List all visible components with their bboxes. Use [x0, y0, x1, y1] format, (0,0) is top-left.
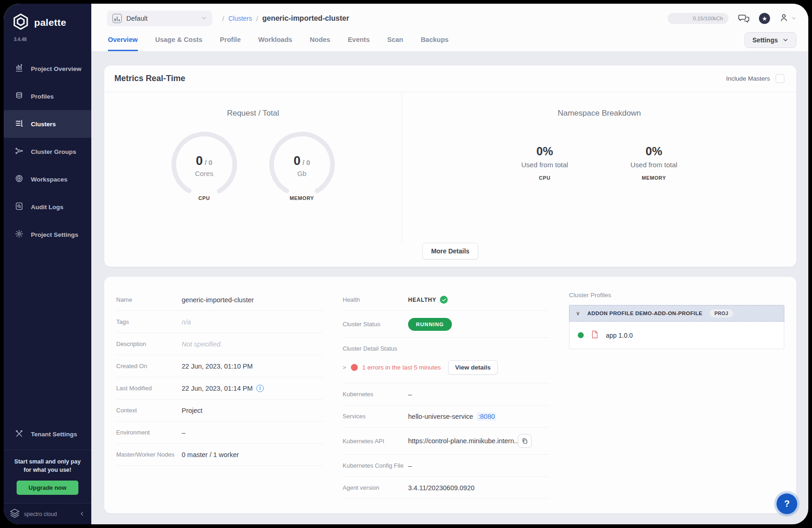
metrics-title: Metrics Real-Time [114, 74, 185, 83]
chevron-down-icon [791, 14, 796, 23]
breadcrumb-link-clusters[interactable]: Clusters [228, 15, 252, 22]
upsell-line1: Start small and only pay [8, 458, 87, 466]
namespace-breakdown-section: Namespace Breakdown 0% Used from total C… [402, 92, 796, 243]
detail-value: generic-imported-cluster [182, 296, 254, 304]
memory-gauge-type: MEMORY [267, 195, 337, 201]
cluster-info-column: Name generic-imported-cluster Tags n/a D… [116, 289, 323, 499]
copy-icon[interactable] [518, 434, 532, 448]
main-area: Default / Clusters / generic-imported-cl… [91, 4, 808, 524]
detail-value: 22 Jun, 2023, 01:10 PM [182, 363, 253, 370]
namespace-cpu-percent: 0% [521, 145, 568, 158]
sidebar-item-workspaces[interactable]: Workspaces [4, 165, 91, 193]
sidebar-item-label: Clusters [31, 121, 56, 128]
detail-row-nodes: Master/Worker Nodes 0 master / 1 worker [116, 444, 323, 466]
expand-errors-icon[interactable]: > [343, 364, 346, 371]
detail-value: – [408, 462, 412, 469]
tab-nodes[interactable]: Nodes [310, 29, 330, 51]
running-status-badge: RUNNING [408, 318, 452, 331]
sidebar-item-audit-logs[interactable]: Audit Logs [4, 193, 91, 221]
cpu-gauge-unit: Cores [170, 170, 239, 177]
detail-row-description: Description Not specified. [116, 333, 323, 355]
namespace-memory-stat: 0% Used from total MEMORY [630, 145, 677, 181]
include-masters-checkbox[interactable] [776, 74, 784, 83]
memory-gauge-total: / 0 [302, 158, 310, 166]
detail-label: Kubernetes API [343, 438, 408, 445]
error-dot-icon [351, 364, 358, 371]
namespace-cpu-stat: 0% Used from total CPU [521, 145, 568, 181]
sidebar-item-label: Audit Logs [31, 204, 64, 211]
detail-label: Cluster Detail Status [343, 345, 550, 352]
tab-profile[interactable]: Profile [220, 29, 241, 51]
tab-workloads[interactable]: Workloads [258, 29, 292, 51]
request-total-title: Request / Total [227, 109, 279, 118]
spectro-cloud-logo-icon [9, 508, 20, 520]
sidebar-item-project-overview[interactable]: Project Overview [4, 55, 91, 82]
tab-events[interactable]: Events [348, 29, 370, 51]
detail-value: – [182, 429, 185, 436]
detail-label: Description [116, 340, 182, 347]
detail-label: Last Modified [116, 385, 182, 392]
help-button[interactable]: ? [776, 493, 797, 514]
collapse-sidebar-icon[interactable] [79, 510, 85, 518]
namespace-cpu-label: Used from total [521, 161, 568, 169]
detail-row-context: Context Project [116, 399, 323, 422]
more-details-button[interactable]: More Details [422, 243, 478, 259]
gear-icon [15, 229, 24, 240]
cluster-profiles-column: Cluster Profiles ∨ ADDON PROFILE DEMO-AD… [569, 289, 784, 499]
profile-header-row[interactable]: ∨ ADDON PROFILE DEMO-ADD-ON-PROFILE PROJ [569, 305, 784, 322]
detail-row-kubernetes: Kubernetes – [343, 383, 550, 405]
detail-value: – [408, 391, 412, 398]
sidebar: palette 3.4.48 Project Overview Profiles… [4, 4, 91, 524]
upsell-line2: for what you use! [8, 466, 87, 474]
sidebar-item-tenant-settings[interactable]: Tenant Settings [4, 421, 91, 450]
tools-icon [15, 429, 24, 440]
detail-row-tags: Tags n/a [116, 311, 323, 333]
sidebar-item-project-settings[interactable]: Project Settings [4, 221, 91, 248]
layers-stack-icon [15, 91, 24, 101]
star-notifications-icon[interactable]: ★ [759, 13, 770, 24]
user-menu[interactable] [779, 13, 796, 24]
tab-backups[interactable]: Backups [421, 29, 448, 51]
detail-row-name: Name generic-imported-cluster [116, 289, 323, 311]
namespace-memory-type: MEMORY [630, 175, 677, 181]
project-selector[interactable]: Default [107, 11, 212, 26]
detail-row-services: Services hello-universe-service :8080 [343, 405, 550, 428]
profile-pack-row[interactable]: app 1.0.0 [569, 322, 784, 349]
detail-label: Kubernetes Config File [343, 462, 408, 469]
cpu-gauge-total: / 0 [205, 158, 213, 166]
cluster-profile-box: ∨ ADDON PROFILE DEMO-ADD-ON-PROFILE PROJ… [569, 305, 784, 349]
service-port-link[interactable]: :8080 [477, 412, 496, 421]
upgrade-now-button[interactable]: Upgrade now [17, 481, 78, 495]
detail-row-cluster-status: Cluster Status RUNNING [343, 311, 550, 338]
chat-icon[interactable] [738, 13, 750, 23]
cluster-profiles-title: Cluster Profiles [569, 292, 784, 299]
memory-gauge: 0/ 0 Gb MEMORY [267, 130, 337, 199]
breadcrumb-separator: / [222, 15, 224, 23]
sidebar-item-profiles[interactable]: Profiles [4, 82, 91, 110]
namespace-title: Namespace Breakdown [557, 109, 640, 118]
topbar: Default / Clusters / generic-imported-cl… [91, 4, 808, 29]
pack-status-dot [578, 332, 584, 338]
sidebar-item-cluster-groups[interactable]: Cluster Groups [4, 138, 91, 165]
include-masters-label: Include Masters [726, 75, 770, 82]
settings-dropdown-button[interactable]: Settings [745, 32, 796, 48]
detail-row-created-on: Created On 22 Jun, 2023, 01:10 PM [116, 355, 323, 377]
detail-value: n/a [182, 318, 191, 326]
tab-usage-costs[interactable]: Usage & Costs [155, 29, 202, 51]
project-chart-icon [113, 14, 122, 23]
detail-value: 0 master / 1 worker [182, 451, 239, 458]
sidebar-footer: spectro cloud [4, 503, 91, 524]
tab-overview[interactable]: Overview [108, 29, 138, 51]
namespace-memory-label: Used from total [630, 161, 677, 169]
detail-row-environment: Environment – [116, 422, 323, 444]
usage-credits-badge[interactable]: 0.15/100kCh [668, 13, 729, 24]
detail-label: Health [343, 296, 408, 303]
proj-scope-badge: PROJ [710, 309, 733, 317]
namespace-memory-percent: 0% [630, 145, 677, 158]
info-icon[interactable]: i [256, 385, 264, 392]
sidebar-item-clusters[interactable]: Clusters [4, 110, 91, 138]
view-details-button[interactable]: View details [448, 360, 498, 375]
tab-scan[interactable]: Scan [387, 29, 403, 51]
detail-label: Created On [116, 363, 182, 370]
detail-label: Environment [116, 429, 182, 436]
